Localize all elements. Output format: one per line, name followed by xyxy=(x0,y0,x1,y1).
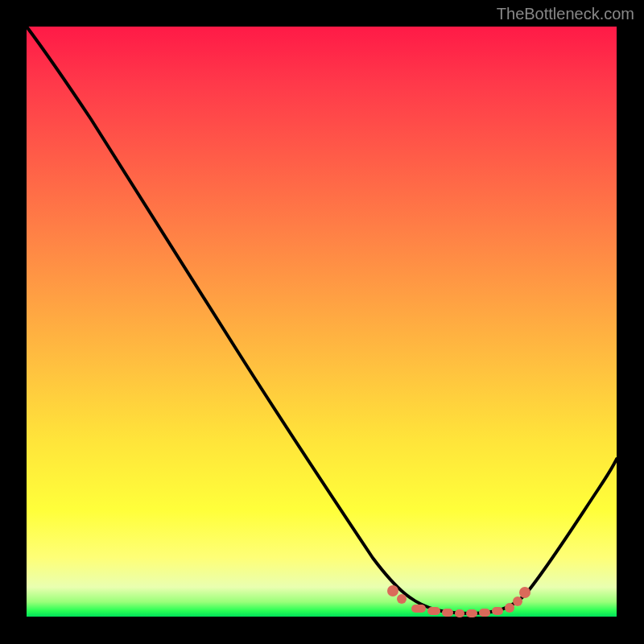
plot-area xyxy=(27,27,617,617)
svg-rect-7 xyxy=(479,609,490,617)
curve-path xyxy=(27,27,617,613)
svg-rect-10 xyxy=(513,597,522,606)
bottleneck-curve xyxy=(27,27,617,617)
svg-rect-5 xyxy=(455,609,464,617)
svg-rect-11 xyxy=(519,587,530,598)
svg-rect-1 xyxy=(397,594,407,604)
svg-rect-9 xyxy=(505,603,514,613)
svg-rect-6 xyxy=(466,609,477,617)
svg-rect-8 xyxy=(492,607,503,615)
svg-rect-2 xyxy=(411,605,426,613)
chart-container: TheBottleneck.com xyxy=(0,0,644,644)
svg-rect-0 xyxy=(387,585,398,597)
svg-rect-4 xyxy=(442,609,453,617)
svg-rect-3 xyxy=(427,607,440,615)
optimal-zone-markers xyxy=(387,585,530,617)
watermark-text: TheBottleneck.com xyxy=(497,5,634,23)
